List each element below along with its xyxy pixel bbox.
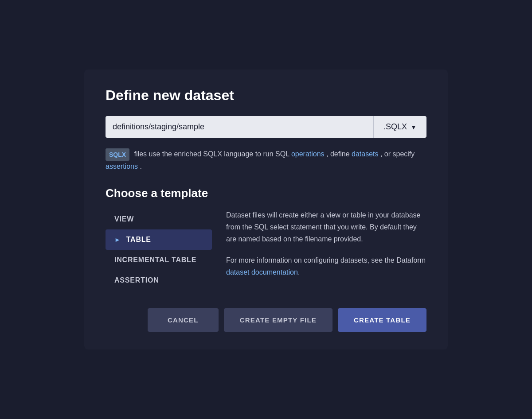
create-table-button[interactable]: CREATE TABLE: [338, 308, 426, 332]
table-label: TABLE: [126, 236, 151, 244]
template-desc-paragraph-1: Dataset files will create either a view …: [226, 209, 426, 245]
assertion-label: ASSERTION: [114, 276, 159, 284]
chevron-right-icon: ►: [114, 236, 121, 243]
template-item-table[interactable]: ► TABLE: [106, 229, 212, 250]
file-type-select[interactable]: .SQLX ▼: [373, 116, 426, 138]
template-desc-paragraph-2: For more information on configuring data…: [226, 254, 426, 278]
template-item-incremental-table[interactable]: INCREMENTAL TABLE: [106, 250, 212, 270]
sqlx-badge: SQLX: [106, 148, 129, 161]
description-text-middle1: , define: [326, 150, 352, 158]
create-empty-file-button[interactable]: CREATE EMPTY FILE: [224, 308, 332, 332]
description-text-middle2: , or specify: [380, 150, 415, 158]
dataset-documentation-link[interactable]: dataset documentation: [226, 268, 298, 276]
template-list: VIEW ► TABLE INCREMENTAL TABLE ASSERTION: [106, 209, 212, 291]
chevron-down-icon: ▼: [411, 124, 417, 131]
description-text-end: .: [140, 163, 141, 170]
file-input-row: .SQLX ▼: [106, 116, 426, 138]
datasets-link[interactable]: datasets: [352, 150, 378, 158]
view-label: VIEW: [114, 215, 134, 223]
template-description: Dataset files will create either a view …: [226, 209, 426, 291]
dialog: Define new dataset .SQLX ▼ SQLX files us…: [84, 70, 448, 349]
footer-buttons: CANCEL CREATE EMPTY FILE CREATE TABLE: [106, 308, 426, 332]
file-path-input[interactable]: [106, 116, 373, 138]
template-section-title: Choose a template: [106, 186, 426, 200]
description-box: SQLX files use the enriched SQLX languag…: [106, 148, 426, 172]
template-item-view[interactable]: VIEW: [106, 209, 212, 229]
dialog-title: Define new dataset: [106, 87, 426, 104]
operations-link[interactable]: operations: [291, 150, 325, 158]
description-text-before: files use the enriched SQLX language to …: [134, 150, 291, 158]
incremental-table-label: INCREMENTAL TABLE: [114, 256, 196, 264]
cancel-button[interactable]: CANCEL: [148, 308, 219, 332]
template-item-assertion[interactable]: ASSERTION: [106, 270, 212, 291]
assertions-link[interactable]: assertions: [106, 163, 138, 170]
file-type-label: .SQLX: [383, 122, 407, 132]
template-area: VIEW ► TABLE INCREMENTAL TABLE ASSERTION…: [106, 209, 426, 291]
